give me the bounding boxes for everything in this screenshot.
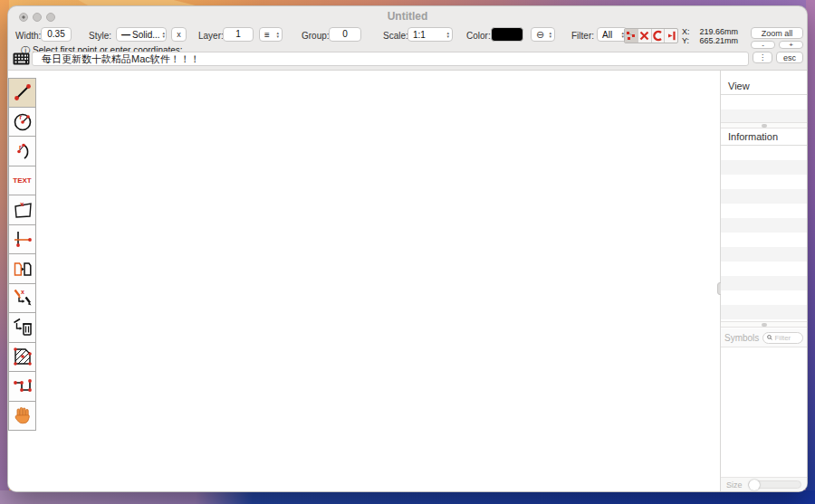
size-slider[interactable] <box>748 480 801 489</box>
arc-tool[interactable]: r <box>8 137 36 166</box>
information-list[interactable] <box>721 146 807 319</box>
drawing-toolbar: Width: 0.35 Style: — Solid... ▴▾ x Layer… <box>8 25 807 45</box>
snap-points-button[interactable] <box>625 29 638 43</box>
color-swatch[interactable] <box>491 27 523 42</box>
list-icon: ≡ <box>264 30 270 40</box>
width-label: Width: <box>15 31 41 41</box>
coord-y-value: 665.21mm <box>699 36 738 45</box>
esc-button[interactable]: esc <box>776 52 803 63</box>
hatch-tool[interactable] <box>8 343 36 373</box>
symbols-search[interactable] <box>762 332 803 344</box>
symbols-label: Symbols <box>724 333 759 343</box>
snap-button-group <box>624 28 678 43</box>
solid-line-icon: — <box>121 30 129 40</box>
zoom-in-button[interactable]: + <box>779 41 803 49</box>
snap-points-icon <box>625 30 637 42</box>
coord-x-label: X: <box>682 27 690 36</box>
right-panel: View Information Symbols Size <box>721 71 807 491</box>
copy-tool[interactable] <box>8 254 36 284</box>
zoom-out-button[interactable]: - <box>751 41 775 49</box>
coordinate-readout: X:219.66mm Y:665.21mm <box>682 27 738 45</box>
snap-center-icon <box>652 30 664 42</box>
scale-dropdown[interactable]: 1:1 ▴▾ <box>408 27 453 42</box>
symbols-bar: Symbols <box>721 328 807 347</box>
symbols-filter-input[interactable] <box>774 334 799 342</box>
pen-off-button[interactable]: x <box>171 27 187 42</box>
titlebar: Untitled <box>8 6 807 26</box>
list-item <box>721 290 807 305</box>
list-item <box>721 305 807 319</box>
svg-text:x: x <box>20 200 24 208</box>
list-item <box>721 95 807 109</box>
wallpaper-bottom-band <box>0 490 815 504</box>
information-section-header: Information <box>721 128 807 146</box>
keyboard-grid-icon <box>13 52 30 69</box>
layer-label: Layer: <box>198 31 224 41</box>
modify-tool[interactable]: x <box>8 284 36 314</box>
surface-tool[interactable]: x <box>8 195 36 225</box>
filter-label: Filter: <box>571 31 594 41</box>
circle-tool-icon: r <box>12 110 34 132</box>
snap-edge-icon <box>666 30 677 42</box>
no-fill-icon: ⊖ <box>536 29 544 41</box>
list-item <box>721 247 807 262</box>
ortho-line-tool-icon <box>12 228 34 250</box>
info-symbols-splitter[interactable] <box>721 321 807 328</box>
command-bar: 每日更新数十款精品Mac软件！！！ ⋮ esc <box>8 52 807 70</box>
text-tool-icon: TEXT <box>13 176 31 185</box>
polyline-tool[interactable] <box>8 372 36 402</box>
fill-none-dropdown[interactable]: ⊖ ▴▾ <box>531 27 555 42</box>
scale-label: Scale: <box>383 31 408 41</box>
list-item <box>721 276 807 290</box>
view-info-splitter[interactable] <box>721 122 807 128</box>
list-item <box>721 146 807 160</box>
snap-center-button[interactable] <box>652 29 666 43</box>
text-tool[interactable]: TEXT <box>8 166 36 196</box>
snap-off-button[interactable] <box>638 29 652 43</box>
svg-text:x: x <box>21 289 24 295</box>
drawing-canvas[interactable]: r r TEXT x <box>8 70 807 491</box>
size-bar: Size <box>721 477 807 491</box>
pan-tool[interactable] <box>8 402 36 432</box>
zoom-all-button[interactable]: Zoom all <box>751 27 803 39</box>
delete-tool[interactable] <box>8 313 36 343</box>
delete-tool-icon <box>12 317 34 338</box>
circle-tool[interactable]: r <box>8 108 36 138</box>
stepper-arrows-icon: ▴▾ <box>163 31 166 38</box>
command-input[interactable]: 每日更新数十款精品Mac软件！！！ <box>32 52 749 66</box>
layer-list-dropdown[interactable]: ≡ ▴▾ <box>259 27 283 42</box>
view-section-header: View <box>721 78 807 95</box>
command-menu-button[interactable]: ⋮ <box>753 52 772 63</box>
filter-dropdown[interactable]: All ▴▾ <box>597 27 628 42</box>
snap-edge-button[interactable] <box>665 29 677 43</box>
style-dropdown[interactable]: — Solid... ▴▾ <box>116 27 167 42</box>
arc-tool-icon: r <box>12 140 34 162</box>
window-title: Untitled <box>8 10 807 23</box>
copy-tool-icon <box>12 258 34 280</box>
ortho-line-tool[interactable] <box>8 225 36 255</box>
size-slider-knob[interactable] <box>749 480 760 490</box>
snap-off-icon <box>638 30 650 42</box>
list-item <box>721 204 807 218</box>
svg-text:r: r <box>19 114 22 120</box>
svg-text:r: r <box>19 143 22 149</box>
layer-input[interactable]: 1 <box>223 27 254 42</box>
stepper-arrows-icon: ▴▾ <box>446 31 449 38</box>
size-label: Size <box>726 480 743 490</box>
width-input[interactable]: 0.35 <box>41 27 72 42</box>
cad-app-window: Untitled Width: 0.35 Style: — Solid... ▴… <box>7 5 808 492</box>
style-label: Style: <box>89 31 111 41</box>
list-item <box>721 233 807 247</box>
tool-palette: r r TEXT x <box>8 78 36 431</box>
surface-tool-icon: x <box>12 199 34 221</box>
line-tool[interactable] <box>8 78 36 108</box>
view-list[interactable] <box>721 95 807 124</box>
line-tool-icon <box>12 81 34 103</box>
search-icon <box>767 334 772 341</box>
coord-y-label: Y: <box>682 36 689 45</box>
group-input[interactable]: 0 <box>329 27 361 42</box>
pan-hand-icon <box>12 404 34 426</box>
group-label: Group: <box>302 31 330 41</box>
splitter-grip-icon <box>762 323 767 327</box>
modify-tool-icon: x <box>12 287 34 309</box>
